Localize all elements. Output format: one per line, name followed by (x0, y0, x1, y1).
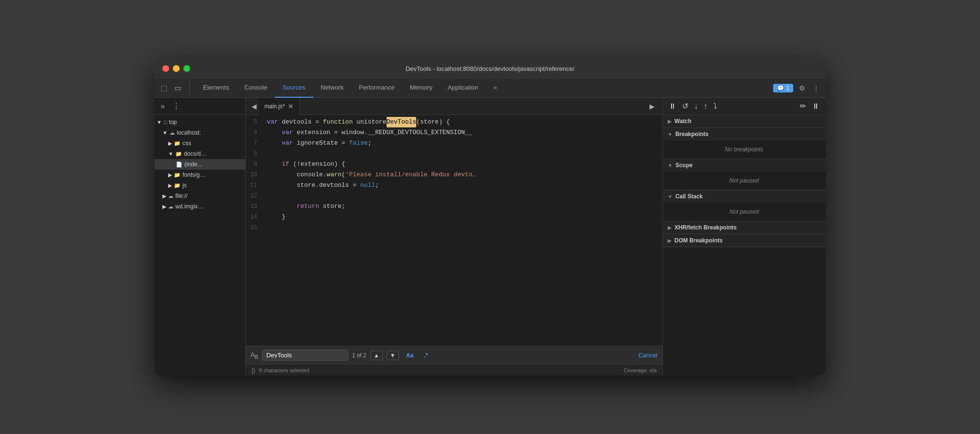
tree-item-file[interactable]: ▶ ☁ file:// (155, 191, 245, 201)
tab-memory[interactable]: Memory (402, 79, 440, 98)
watch-section-header[interactable]: ▶ Watch (663, 115, 825, 127)
maximize-button[interactable] (183, 65, 190, 72)
xhr-breakpoints-section: ▶ XHR/fetch Breakpoints (663, 221, 825, 234)
tab-performance[interactable]: Performance (351, 79, 402, 98)
breakpoints-section-header[interactable]: ▼ Breakpoints (663, 128, 825, 140)
editor-file-tab[interactable]: main.js* ✕ (259, 98, 300, 115)
devtools-window: DevTools - localhost:8080/docs/devtools/… (155, 58, 825, 376)
debug-toolbar: ⏸ ↺ ↓ ↑ ⤵ ✏ ⏸ (663, 98, 825, 115)
search-up-button[interactable]: ▲ (370, 351, 383, 360)
tree-item-localhost[interactable]: ▼ ☁ localhost: (155, 127, 245, 138)
tab-elements[interactable]: Elements (195, 79, 237, 98)
sidebar-toolbar: » ⋮ (155, 98, 245, 115)
code-text: var devtools = function unistoreDevTools… (267, 115, 662, 235)
cancel-search-button[interactable]: Cancel (638, 352, 658, 359)
find-replace-icon[interactable]: AB (251, 351, 258, 360)
xhr-breakpoints-section-header[interactable]: ▶ XHR/fetch Breakpoints (663, 221, 825, 234)
code-line-9: if (!extension) { (267, 159, 655, 170)
call-stack-content: Not paused (663, 203, 825, 221)
xhr-breakpoints-label: XHR/fetch Breakpoints (674, 224, 737, 231)
format-icon[interactable]: {} (251, 367, 255, 374)
chevron-down-icon: ▼ (668, 194, 672, 199)
code-line-7: var ignoreState = false ; (267, 138, 655, 148)
tree-item-top[interactable]: ▼ □ top (155, 117, 245, 127)
call-stack-section-header[interactable]: ▼ Call Stack (663, 190, 825, 203)
edit-breakpoints-button[interactable]: ✏ (798, 100, 808, 113)
scope-content: Not paused (663, 171, 825, 190)
tree-item-fonts[interactable]: ▶ 📁 fonts/g… (155, 170, 245, 180)
step-button[interactable]: ⤵ (711, 100, 719, 113)
tree-item-imgix[interactable]: ▶ ☁ wd.imgix… (155, 201, 245, 212)
tree-item-css[interactable]: ▶ 📁 css (155, 138, 245, 148)
string-literal: 'Please install/enable Redux devto… (345, 170, 476, 180)
match-case-button[interactable]: Aa (403, 351, 417, 360)
window-title: DevTools - localhost:8080/docs/devtools/… (406, 65, 575, 72)
chevron-right-icon: ▶ (668, 119, 672, 124)
chevron-down-icon: ▼ (668, 132, 672, 137)
more-options-icon[interactable]: ⋮ (811, 82, 821, 94)
run-icon[interactable]: ▶ (646, 101, 659, 112)
code-text: } (267, 212, 285, 222)
close-button[interactable] (162, 65, 169, 72)
tree-item-docs[interactable]: ▼ 📁 docs/d… (155, 148, 245, 159)
main-content: » ⋮ ▼ □ top ▼ ☁ localhost: (155, 98, 825, 376)
keyword-var: var (267, 117, 282, 127)
line-number-11: 11 (246, 180, 261, 191)
sidebar-expand-icon[interactable]: » (159, 100, 167, 113)
debug-toolbar-right: ✏ ⏸ (798, 100, 821, 113)
search-down-button[interactable]: ▼ (387, 351, 399, 360)
dom-breakpoints-section-header[interactable]: ▶ DOM Breakpoints (663, 234, 825, 247)
cursor-icon[interactable]: ⬚ (159, 81, 170, 94)
minimize-button[interactable] (173, 65, 180, 72)
cloud-icon: ☁ (168, 204, 173, 210)
call-stack-label: Call Stack (675, 193, 703, 200)
pause-button[interactable]: ⏸ (667, 100, 678, 113)
regex-button[interactable]: .* (421, 351, 431, 360)
code-text: ; (375, 180, 379, 191)
code-text: ignoreState = (296, 138, 349, 148)
file-icon: 📄 (176, 161, 182, 168)
keyword-var: var (282, 138, 296, 148)
tab-more[interactable]: » (486, 79, 504, 98)
device-icon[interactable]: ▭ (172, 81, 183, 94)
code-line-14: } (267, 212, 655, 222)
editor-nav-left-icon[interactable]: ◀ (250, 101, 259, 112)
main-tabs: Elements Console Sources Network Perform… (195, 79, 773, 98)
keyword-false: false (349, 138, 368, 148)
deactivate-breakpoints-button[interactable]: ⏸ (810, 100, 821, 113)
debugger-panel: ⏸ ↺ ↓ ↑ ⤵ ✏ ⏸ ▶ Watch (662, 98, 825, 376)
chat-badge-button[interactable]: 💬 1 (773, 84, 793, 92)
line-number-6: 6 (246, 127, 261, 138)
close-tab-icon[interactable]: ✕ (288, 103, 294, 110)
chevron-right-icon: ▶ (668, 238, 672, 243)
scope-label: Scope (675, 162, 693, 169)
settings-icon[interactable]: ⚙ (797, 82, 807, 94)
code-text (267, 201, 296, 212)
line-number-15: 15 (246, 222, 261, 233)
tab-network[interactable]: Network (313, 79, 352, 98)
code-lines-container: 5 6 7 8 9 10 11 12 13 14 15 (246, 115, 662, 235)
tree-item-index[interactable]: 📄 (inde… (155, 159, 245, 170)
step-into-button[interactable]: ↓ (692, 100, 700, 113)
step-over-button[interactable]: ↺ (680, 100, 690, 113)
sidebar-more-icon[interactable]: ⋮ (171, 100, 182, 113)
tab-console[interactable]: Console (237, 79, 275, 98)
folder-icon: 📁 (175, 151, 182, 157)
code-text (267, 138, 282, 148)
chevron-right-icon: ▶ (668, 225, 672, 230)
tree-item-js[interactable]: ▶ 📁 js (155, 180, 245, 191)
tab-application[interactable]: Application (440, 79, 486, 98)
tab-sources[interactable]: Sources (275, 79, 313, 98)
line-number-8: 8 (246, 148, 261, 159)
tab-bar-right: 💬 1 ⚙ ⋮ (773, 82, 821, 94)
scope-section-header[interactable]: ▼ Scope (663, 159, 825, 171)
step-out-button[interactable]: ↑ (702, 100, 709, 113)
scope-not-paused-text: Not paused (729, 177, 759, 184)
code-line-13: return store; (267, 201, 655, 212)
highlight-devtools: DevTools (387, 117, 416, 127)
search-input[interactable] (262, 350, 348, 361)
code-content-area[interactable]: 5 6 7 8 9 10 11 12 13 14 15 (246, 115, 662, 346)
watch-section: ▶ Watch (663, 115, 825, 128)
line-number-7: 7 (246, 138, 261, 148)
triangle-down-icon: ▼ (168, 151, 173, 157)
